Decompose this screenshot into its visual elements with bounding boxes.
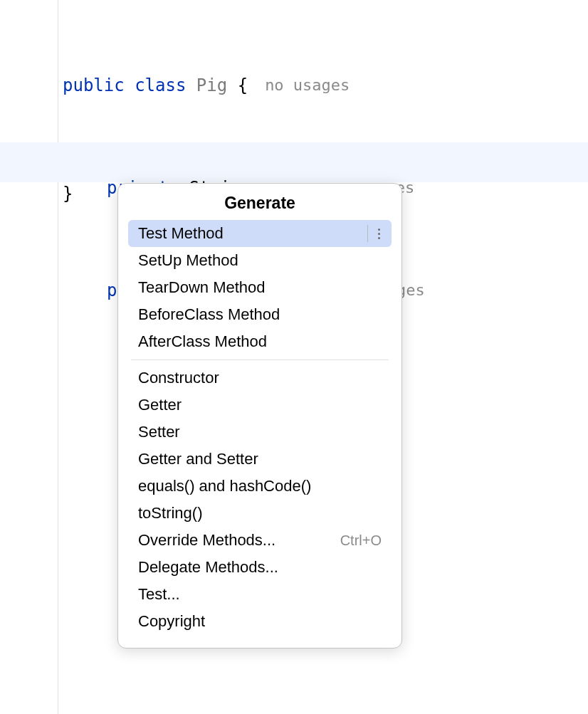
popup-item-right: Ctrl+O xyxy=(340,532,382,549)
popup-item[interactable]: toString() xyxy=(128,500,392,527)
popup-item-label: AfterClass Method xyxy=(138,332,267,351)
popup-item[interactable]: Getter and Setter xyxy=(128,446,392,473)
editor-gutter xyxy=(0,0,58,714)
popup-item-label: equals() and hashCode() xyxy=(138,477,311,495)
popup-item[interactable]: Test... xyxy=(128,581,392,608)
more-options-icon[interactable] xyxy=(377,229,382,239)
popup-separator xyxy=(131,359,389,360)
popup-item[interactable]: TearDown Method xyxy=(128,274,392,301)
popup-item[interactable]: Constructor xyxy=(128,364,392,392)
popup-item[interactable]: SetUp Method xyxy=(128,247,392,274)
popup-item[interactable]: equals() and hashCode() xyxy=(128,473,392,500)
popup-item-label: Getter and Setter xyxy=(138,450,258,468)
popup-item-right xyxy=(367,225,382,242)
popup-item[interactable]: Getter xyxy=(128,392,392,419)
popup-item-label: Test... xyxy=(138,585,180,604)
popup-item[interactable]: Override Methods...Ctrl+O xyxy=(128,527,392,554)
popup-item-label: Setter xyxy=(138,423,180,441)
popup-item-label: Constructor xyxy=(138,369,219,387)
keyword-class: class xyxy=(135,68,186,103)
code-line-1: public class Pig {no usages xyxy=(58,68,588,103)
shortcut-label: Ctrl+O xyxy=(340,532,382,549)
popup-item-label: TearDown Method xyxy=(138,278,266,297)
popup-item-label: BeforeClass Method xyxy=(138,305,280,324)
popup-item-label: SetUp Method xyxy=(138,251,238,270)
brace-close: } xyxy=(63,184,73,204)
popup-item[interactable]: Delegate Methods... xyxy=(128,554,392,581)
popup-item[interactable]: BeforeClass Method xyxy=(128,301,392,328)
popup-item-label: Getter xyxy=(138,396,182,414)
popup-item[interactable]: AfterClass Method xyxy=(128,328,392,355)
usage-hint[interactable]: no usages xyxy=(265,68,350,103)
popup-item[interactable]: Setter xyxy=(128,419,392,446)
popup-item-label: Copyright xyxy=(138,612,205,631)
more-divider xyxy=(367,225,368,242)
keyword-public: public xyxy=(63,68,125,103)
popup-item-label: Test Method xyxy=(138,224,224,243)
popup-items-container: Test MethodSetUp MethodTearDown MethodBe… xyxy=(118,220,401,648)
class-name: Pig xyxy=(196,68,227,103)
popup-item[interactable]: Test Method xyxy=(128,220,392,247)
generate-popup: Generate Test MethodSetUp MethodTearDown… xyxy=(117,183,402,649)
popup-item[interactable]: Copyright xyxy=(128,608,392,635)
brace-open: { xyxy=(238,68,248,103)
popup-item-label: Override Methods... xyxy=(138,531,275,550)
popup-item-label: Delegate Methods... xyxy=(138,558,278,577)
popup-item-label: toString() xyxy=(138,504,202,523)
popup-title: Generate xyxy=(118,184,401,220)
